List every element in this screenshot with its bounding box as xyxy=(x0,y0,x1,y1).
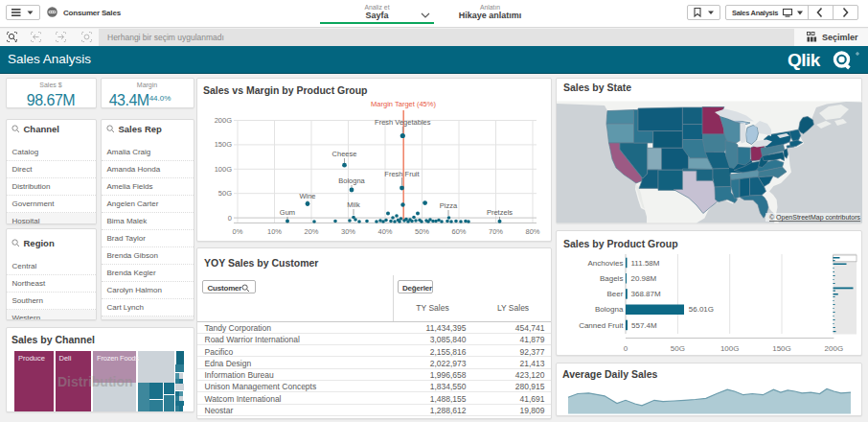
svg-text:Canned Fruit: Canned Fruit xyxy=(579,321,624,330)
svg-text:50G: 50G xyxy=(217,189,231,198)
svg-text:Milk: Milk xyxy=(347,200,360,209)
svg-text:20.98M: 20.98M xyxy=(631,274,657,283)
svg-text:111.58M: 111.58M xyxy=(631,259,660,268)
svg-text:200G: 200G xyxy=(825,344,844,353)
svg-text:200G: 200G xyxy=(214,116,232,125)
svg-text:40%: 40% xyxy=(377,227,392,236)
svg-text:Pizza: Pizza xyxy=(439,201,457,210)
svg-text:150G: 150G xyxy=(772,344,791,353)
svg-text:557.4M: 557.4M xyxy=(631,321,657,330)
svg-text:20%: 20% xyxy=(304,227,318,236)
svg-text:Bologna: Bologna xyxy=(595,305,624,314)
svg-text:60%: 60% xyxy=(451,227,466,236)
svg-text:Margin Target (45%): Margin Target (45%) xyxy=(371,100,436,108)
svg-text:Beer: Beer xyxy=(606,290,623,298)
svg-text:0%: 0% xyxy=(232,227,242,236)
svg-text:100G: 100G xyxy=(214,165,232,174)
svg-text:Cheese: Cheese xyxy=(331,150,356,158)
svg-text:100G: 100G xyxy=(720,344,740,353)
svg-text:Anchovies: Anchovies xyxy=(587,259,623,268)
svg-text:0: 0 xyxy=(624,344,628,353)
svg-text:56.01G: 56.01G xyxy=(689,305,714,314)
svg-text:Pretzels: Pretzels xyxy=(486,208,512,217)
svg-text:Fresh Fruit: Fresh Fruit xyxy=(384,170,420,178)
svg-text:80%: 80% xyxy=(525,227,539,236)
svg-text:0: 0 xyxy=(227,214,231,223)
svg-text:368.87M: 368.87M xyxy=(631,290,661,298)
svg-text:150G: 150G xyxy=(214,140,232,149)
svg-text:Gum: Gum xyxy=(279,208,294,217)
svg-text:30%: 30% xyxy=(340,227,354,236)
svg-text:Bologna: Bologna xyxy=(338,176,365,185)
svg-text:Fresh Vegetables: Fresh Vegetables xyxy=(375,118,431,127)
svg-text:50G: 50G xyxy=(671,344,685,353)
svg-text:50%: 50% xyxy=(414,227,428,236)
svg-text:© OpenStreetMap contributors: © OpenStreetMap contributors xyxy=(769,214,861,222)
svg-text:Wine: Wine xyxy=(299,192,315,200)
svg-text:Bagels: Bagels xyxy=(600,274,623,283)
svg-text:10%: 10% xyxy=(266,227,281,236)
svg-text:70%: 70% xyxy=(488,227,502,236)
